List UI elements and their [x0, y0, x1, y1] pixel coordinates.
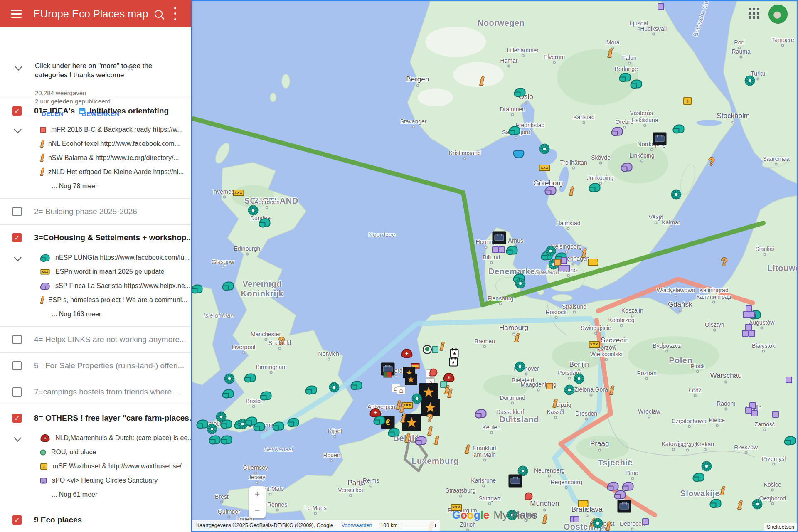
search-icon[interactable] [150, 5, 167, 22]
map-marker-bootT[interactable] [673, 125, 685, 133]
map-canvas[interactable]: NoorwegenSCHOTLANDVereinigd KoninkrijkDe… [191, 0, 798, 532]
map-marker-bootT[interactable] [619, 73, 631, 82]
layer-checkbox[interactable]: ✓ [12, 106, 22, 116]
map-marker-per[interactable]: i [400, 412, 404, 424]
map-marker-starB[interactable]: ★ [402, 414, 421, 431]
layer-header[interactable]: 2= Building phase 2025-2026 [0, 199, 191, 224]
map-marker-bootP[interactable] [416, 436, 427, 445]
map-marker-pin[interactable] [564, 385, 574, 395]
map-marker-pin[interactable] [752, 499, 763, 510]
map-marker-pin[interactable] [224, 374, 235, 384]
layer-item[interactable]: sPO <vl> Healing Circles Sanctuary [0, 473, 191, 488]
layer-checkbox[interactable] [12, 335, 22, 344]
map-marker-bootT[interactable] [259, 218, 270, 227]
map-marker-bootP[interactable] [607, 482, 618, 490]
map-marker-hou[interactable]: ⌂ [397, 386, 406, 394]
map-marker-psq[interactable] [749, 311, 755, 318]
map-marker-bootP[interactable] [611, 127, 623, 136]
map-marker-fpt[interactable] [384, 372, 392, 378]
map-marker-per[interactable]: i [720, 485, 724, 497]
map-marker-psq[interactable] [772, 411, 779, 418]
map-marker-bootT[interactable] [288, 418, 299, 426]
map-marker-bootT[interactable] [221, 435, 232, 444]
show-more-link[interactable]: ... Nog 78 meer [0, 179, 191, 193]
map-marker-bootT[interactable] [693, 473, 704, 482]
layer-item[interactable]: mFR 2016 B-C & Backpack ready https://w.… [0, 123, 191, 137]
map-marker-tick[interactable]: XXX [539, 165, 550, 171]
layer-item[interactable]: inSW Balarna & http://www.ic.org/directo… [0, 151, 191, 165]
map-marker-per[interactable]: i [465, 443, 469, 456]
map-marker-per[interactable]: i [569, 185, 573, 197]
map-marker-star[interactable]: ★ [405, 374, 417, 385]
map-marker-bootP[interactable] [615, 490, 626, 499]
map-marker-bootT[interactable] [514, 88, 525, 97]
map-marker-pin[interactable] [539, 144, 550, 154]
map-marker-bootT[interactable] [221, 419, 232, 428]
layer-checkbox[interactable]: ✓ [12, 515, 22, 525]
map-marker-pin[interactable] [744, 76, 755, 86]
layer-header[interactable]: ✓3=CoHousing & Settelments + workshop... [0, 225, 191, 251]
map-marker-per[interactable]: i [405, 432, 409, 444]
map-marker-bootT[interactable] [260, 392, 271, 400]
map-marker-psq[interactable] [498, 246, 505, 253]
google-apps-grid-icon[interactable] [749, 8, 761, 20]
layer-item[interactable]: +NLD,Maartenhuis & Dutch: (care place) I… [0, 431, 191, 445]
map-marker-bootT[interactable] [631, 79, 642, 88]
map-marker-q[interactable]: ? [426, 412, 433, 424]
map-marker-per[interactable]: i [737, 499, 741, 511]
map-marker-per[interactable]: i [607, 47, 611, 59]
layer-item[interactable]: sSP Finca La Sacristia https://www.helpx… [0, 279, 191, 293]
map-marker-bootT[interactable] [197, 419, 208, 428]
show-more-link[interactable]: ... Nog 163 meer [0, 307, 191, 321]
map-marker-cal[interactable]: ★ [449, 357, 458, 366]
layer-header[interactable]: 5= For Sale Properties (ruins-land-) off… [0, 353, 191, 379]
map-marker-pin[interactable] [574, 374, 584, 384]
map-marker-psq[interactable] [658, 3, 664, 10]
map-marker-bootT[interactable] [506, 246, 517, 254]
zoom-in-button[interactable]: + [249, 486, 266, 502]
map-marker-pin[interactable] [412, 393, 422, 404]
map-marker-pin[interactable] [702, 461, 712, 471]
layer-item[interactable]: +mSE Waxthuset & http://www.waxthuset.se… [0, 459, 191, 473]
map-marker-bootT[interactable] [374, 416, 385, 424]
map-marker-per[interactable]: i [439, 340, 443, 353]
map-marker-tick[interactable]: XXX [401, 402, 413, 409]
map-marker-psq[interactable] [564, 265, 570, 271]
account-avatar[interactable] [768, 5, 788, 24]
map-marker-pin[interactable] [515, 278, 526, 289]
map-marker-bootT[interactable] [273, 421, 284, 430]
map-marker-q[interactable]: ? [708, 156, 714, 168]
map-marker-bootT[interactable] [223, 282, 234, 291]
layer-header[interactable]: ✓8= OTHERS ! free layer "care farm-place… [0, 405, 191, 431]
map-marker-psq[interactable] [745, 324, 752, 330]
map-marker-per[interactable]: i [433, 434, 438, 447]
layer-header[interactable]: 7=campings hostels from friends where ..… [0, 379, 191, 405]
map-marker-per[interactable]: i [514, 332, 518, 344]
favorite-star-icon[interactable]: ☆ [126, 62, 135, 73]
map-marker-osq[interactable] [554, 259, 561, 266]
map-marker-brief[interactable] [493, 232, 506, 244]
map-marker-tsq[interactable] [432, 346, 438, 353]
map-marker-spr[interactable] [423, 345, 432, 354]
layer-checkbox[interactable]: ✓ [12, 233, 22, 242]
map-marker-pin[interactable] [207, 424, 217, 434]
map-marker-psq[interactable] [642, 518, 649, 525]
layer-item[interactable]: izNLD Het erfgoed De Kleine Aarde https:… [0, 165, 191, 179]
map-marker-bootP[interactable] [621, 163, 633, 171]
map-marker-bootT[interactable] [351, 381, 362, 389]
map-marker-med[interactable]: + [683, 97, 692, 105]
layer-item[interactable]: inNL Ecohof texel http://www.facebook.co… [0, 137, 191, 151]
layer-item[interactable]: nESP LUNGta https://www.facebook.com/lu.… [0, 251, 191, 265]
map-marker-psq[interactable] [573, 516, 579, 522]
map-marker-per[interactable]: i [542, 513, 546, 525]
map-marker-brief[interactable] [618, 500, 631, 513]
map-marker-bootT[interactable] [246, 417, 257, 426]
map-marker-cam[interactable] [588, 259, 598, 266]
map-marker-per[interactable]: i [479, 75, 483, 87]
map-marker-bootT[interactable] [191, 284, 202, 293]
terms-link[interactable]: Voorwaarden [342, 522, 372, 528]
map-marker-cam[interactable] [578, 500, 589, 507]
layer-checkbox[interactable] [12, 207, 22, 216]
layer-header[interactable]: 4= Helpx LINKS are not working anymore..… [0, 327, 191, 352]
map-marker-tick[interactable]: XXX [233, 190, 244, 196]
